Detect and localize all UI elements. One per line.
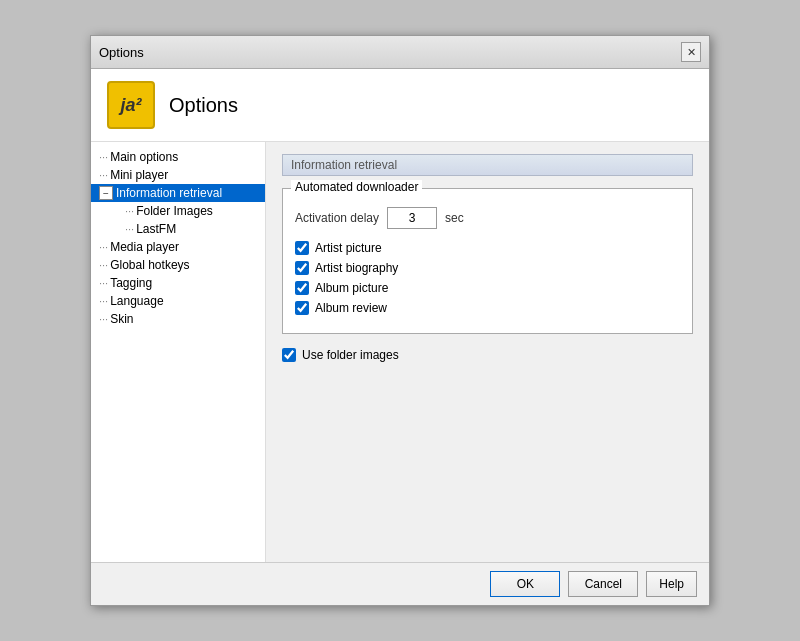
sidebar-item-label: Tagging — [110, 276, 152, 290]
section-header: Information retrieval — [282, 154, 693, 176]
sidebar-item-media-player[interactable]: ··· Media player — [91, 238, 265, 256]
sidebar-item-lastfm[interactable]: ··· LastFM — [91, 220, 265, 238]
sidebar-item-label: Main options — [110, 150, 178, 164]
footer: OK Cancel Help — [91, 562, 709, 605]
section-header-title: Information retrieval — [291, 158, 397, 172]
tree-prefix: ··· — [99, 151, 108, 163]
sidebar-item-label: Media player — [110, 240, 179, 254]
group-box-legend: Automated downloader — [291, 180, 422, 194]
cancel-button[interactable]: Cancel — [568, 571, 638, 597]
ok-button[interactable]: OK — [490, 571, 560, 597]
activation-delay-input[interactable] — [387, 207, 437, 229]
sidebar-item-language[interactable]: ··· Language — [91, 292, 265, 310]
artist-biography-checkbox[interactable] — [295, 261, 309, 275]
sidebar-item-folder-images[interactable]: ··· Folder Images — [91, 202, 265, 220]
close-button[interactable]: ✕ — [681, 42, 701, 62]
use-folder-images-row: Use folder images — [282, 348, 693, 362]
sidebar-item-label: Language — [110, 294, 163, 308]
header-section: ja² Options — [91, 69, 709, 142]
dialog-window: Options ✕ ja² Options ··· Main options ·… — [90, 35, 710, 606]
tree-prefix: ··· — [99, 295, 108, 307]
artist-biography-label[interactable]: Artist biography — [315, 261, 398, 275]
app-logo: ja² — [107, 81, 155, 129]
artist-picture-row: Artist picture — [295, 241, 680, 255]
title-bar: Options ✕ — [91, 36, 709, 69]
sidebar-item-label: Folder Images — [136, 204, 213, 218]
automated-downloader-group: Automated downloader Activation delay se… — [282, 188, 693, 334]
sidebar-item-label: Skin — [110, 312, 133, 326]
album-picture-checkbox[interactable] — [295, 281, 309, 295]
sidebar-item-skin[interactable]: ··· Skin — [91, 310, 265, 328]
album-review-row: Album review — [295, 301, 680, 315]
sidebar-item-global-hotkeys[interactable]: ··· Global hotkeys — [91, 256, 265, 274]
sidebar-item-label: LastFM — [136, 222, 176, 236]
artist-biography-row: Artist biography — [295, 261, 680, 275]
tree-prefix: ··· — [99, 169, 108, 181]
sidebar-item-information-retrieval[interactable]: − Information retrieval — [91, 184, 265, 202]
album-picture-label[interactable]: Album picture — [315, 281, 388, 295]
artist-picture-checkbox[interactable] — [295, 241, 309, 255]
tree-prefix: ··· — [99, 277, 108, 289]
expand-icon[interactable]: − — [99, 186, 113, 200]
header-title: Options — [169, 94, 238, 117]
sidebar-item-label: Information retrieval — [116, 186, 222, 200]
activation-delay-row: Activation delay sec — [295, 207, 680, 229]
title-bar-title: Options — [99, 45, 144, 60]
tree-prefix: ··· — [99, 259, 108, 271]
tree-prefix: ··· — [99, 241, 108, 253]
use-folder-images-label[interactable]: Use folder images — [302, 348, 399, 362]
sidebar-item-label: Mini player — [110, 168, 168, 182]
artist-picture-label[interactable]: Artist picture — [315, 241, 382, 255]
use-folder-images-checkbox[interactable] — [282, 348, 296, 362]
sidebar-item-tagging[interactable]: ··· Tagging — [91, 274, 265, 292]
tree-prefix: ··· — [125, 205, 134, 217]
activation-delay-label: Activation delay — [295, 211, 379, 225]
sidebar-item-label: Global hotkeys — [110, 258, 189, 272]
sidebar-item-mini-player[interactable]: ··· Mini player — [91, 166, 265, 184]
album-picture-row: Album picture — [295, 281, 680, 295]
delay-unit: sec — [445, 211, 464, 225]
sidebar-item-main-options[interactable]: ··· Main options — [91, 148, 265, 166]
album-review-checkbox[interactable] — [295, 301, 309, 315]
tree-prefix: ··· — [99, 313, 108, 325]
tree-prefix: ··· — [125, 223, 134, 235]
album-review-label[interactable]: Album review — [315, 301, 387, 315]
main-content: ··· Main options ··· Mini player − Infor… — [91, 142, 709, 562]
title-bar-left: Options — [99, 45, 144, 60]
sidebar: ··· Main options ··· Mini player − Infor… — [91, 142, 266, 562]
content-area: Information retrieval Automated download… — [266, 142, 709, 562]
help-button[interactable]: Help — [646, 571, 697, 597]
